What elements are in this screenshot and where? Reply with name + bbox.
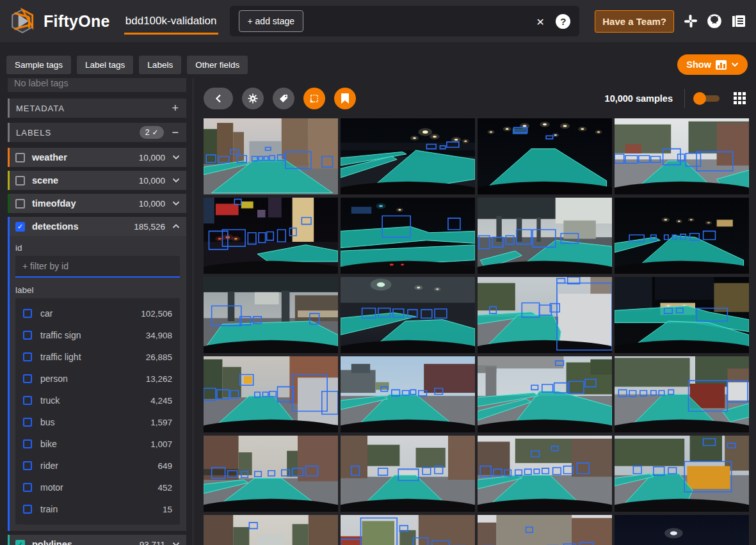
truck-checkbox[interactable] bbox=[23, 396, 32, 405]
tab-label-tags[interactable]: Label tags bbox=[77, 56, 133, 74]
grid-sample[interactable] bbox=[478, 118, 612, 194]
grid-sample[interactable] bbox=[341, 515, 475, 545]
have-a-team-button[interactable]: Have a Team? bbox=[595, 10, 674, 33]
dataset-name[interactable]: bdd100k-validation bbox=[124, 8, 218, 35]
car-checkbox[interactable] bbox=[23, 309, 32, 318]
labels-section-header[interactable]: LABELS 2✓ − bbox=[8, 123, 186, 142]
docs-icon[interactable] bbox=[730, 13, 747, 29]
grid-sample[interactable] bbox=[204, 436, 338, 512]
grid-sample[interactable] bbox=[204, 515, 338, 545]
close-icon[interactable]: × bbox=[536, 15, 544, 28]
grid-sample[interactable] bbox=[341, 277, 475, 353]
slack-icon[interactable] bbox=[683, 13, 698, 29]
traffic-light-checkbox[interactable] bbox=[23, 352, 32, 361]
tab-labels[interactable]: Labels bbox=[139, 56, 181, 74]
grid-sample[interactable] bbox=[341, 118, 475, 194]
grid-sample[interactable] bbox=[204, 277, 338, 353]
class-row-traffic-sign[interactable]: traffic sign34,908 bbox=[23, 324, 172, 346]
help-icon[interactable]: ? bbox=[556, 14, 570, 29]
grid-sample[interactable] bbox=[341, 356, 475, 432]
scene-checkbox[interactable] bbox=[15, 176, 25, 186]
grid-sample[interactable] bbox=[615, 277, 749, 353]
settings-button[interactable] bbox=[242, 88, 264, 109]
back-button[interactable] bbox=[204, 88, 233, 109]
bus-checkbox[interactable] bbox=[23, 418, 32, 427]
filter-by-id-input[interactable] bbox=[15, 256, 180, 278]
field-row-detections[interactable]: ✓ detections 185,526 bbox=[10, 217, 186, 236]
grid-sample[interactable] bbox=[478, 277, 612, 353]
github-icon[interactable] bbox=[706, 13, 723, 29]
grid-sample[interactable] bbox=[341, 198, 475, 274]
gear-icon bbox=[246, 92, 259, 105]
grid-sample[interactable] bbox=[615, 118, 749, 194]
grid-sample[interactable] bbox=[615, 356, 749, 432]
grid-sample[interactable] bbox=[204, 198, 338, 274]
class-row-bus[interactable]: bus1,597 bbox=[23, 411, 172, 433]
grid-sample[interactable] bbox=[341, 436, 475, 512]
class-row-truck[interactable]: truck4,245 bbox=[23, 390, 172, 411]
class-count: 102,506 bbox=[141, 309, 172, 319]
grid-sample[interactable] bbox=[204, 118, 338, 194]
zoom-slider-knob[interactable] bbox=[693, 92, 706, 105]
sample-image bbox=[204, 198, 338, 274]
rider-checkbox[interactable] bbox=[23, 461, 32, 470]
grid-sample[interactable] bbox=[615, 436, 749, 512]
timeofday-checkbox[interactable] bbox=[15, 199, 25, 209]
traffic-sign-checkbox[interactable] bbox=[23, 331, 32, 340]
field-count: 10,000 bbox=[139, 199, 165, 209]
class-row-bike[interactable]: bike1,007 bbox=[23, 433, 172, 455]
id-label: id bbox=[15, 243, 180, 253]
metadata-section-header[interactable]: METADATA + bbox=[8, 99, 186, 118]
label-attr-label: label bbox=[15, 285, 180, 295]
tab-sample-tags[interactable]: Sample tags bbox=[6, 56, 71, 74]
grid-size-icon[interactable] bbox=[734, 92, 746, 104]
collapse-icon[interactable]: − bbox=[172, 126, 179, 139]
tag-samples-button[interactable] bbox=[273, 88, 294, 109]
field-row-polylines[interactable]: ✓ polylines 93,711 bbox=[8, 535, 186, 545]
grid-sample[interactable] bbox=[615, 198, 749, 274]
save-view-button[interactable] bbox=[334, 88, 356, 109]
grid-sample[interactable] bbox=[478, 356, 612, 432]
grid-sample[interactable] bbox=[478, 436, 612, 512]
detections-checkbox[interactable]: ✓ bbox=[15, 222, 25, 232]
field-row-weather[interactable]: weather10,000 bbox=[8, 148, 186, 167]
grid-sample[interactable] bbox=[615, 515, 749, 545]
sample-image bbox=[478, 515, 612, 545]
train-checkbox[interactable] bbox=[23, 505, 32, 514]
class-name: truck bbox=[40, 395, 142, 406]
chevron-up-icon[interactable] bbox=[172, 224, 180, 229]
class-name: car bbox=[40, 308, 133, 319]
app-title: FiftyOne bbox=[44, 12, 110, 31]
show-button[interactable]: Show bbox=[677, 54, 748, 75]
tab-other-fields[interactable]: Other fields bbox=[187, 56, 248, 74]
person-checkbox[interactable] bbox=[23, 374, 32, 383]
grid-sample[interactable] bbox=[478, 198, 612, 274]
bike-checkbox[interactable] bbox=[23, 439, 32, 448]
class-row-car[interactable]: car102,506 bbox=[23, 303, 172, 324]
class-row-motor[interactable]: motor452 bbox=[23, 477, 172, 498]
class-row-rider[interactable]: rider649 bbox=[23, 455, 172, 477]
grid-sample[interactable] bbox=[204, 356, 338, 432]
zoom-slider[interactable] bbox=[696, 95, 720, 102]
field-row-scene[interactable]: scene10,000 bbox=[8, 171, 186, 190]
view-stage-bar[interactable]: + add stage × ? bbox=[230, 6, 580, 36]
patches-button[interactable] bbox=[303, 88, 325, 109]
add-stage-button[interactable]: + add stage bbox=[239, 10, 304, 32]
sample-image bbox=[615, 436, 749, 512]
motor-checkbox[interactable] bbox=[23, 483, 32, 492]
sample-image bbox=[341, 118, 475, 194]
chevron-down-icon[interactable] bbox=[172, 155, 180, 160]
polylines-checkbox[interactable]: ✓ bbox=[15, 540, 25, 545]
chevron-down-icon[interactable] bbox=[172, 542, 180, 545]
grid-sample[interactable] bbox=[478, 515, 612, 545]
sample-image bbox=[204, 118, 338, 194]
weather-checkbox[interactable] bbox=[15, 153, 25, 162]
field-row-timeofday[interactable]: timeofday10,000 bbox=[8, 194, 186, 213]
chevron-down-icon[interactable] bbox=[172, 201, 180, 206]
class-row-person[interactable]: person13,262 bbox=[23, 368, 172, 390]
class-row-traffic-light[interactable]: traffic light26,885 bbox=[23, 346, 172, 368]
field-name: polylines bbox=[32, 539, 133, 545]
expand-icon[interactable]: + bbox=[172, 102, 179, 115]
chevron-down-icon[interactable] bbox=[172, 178, 180, 183]
class-row-train[interactable]: train15 bbox=[23, 498, 172, 520]
